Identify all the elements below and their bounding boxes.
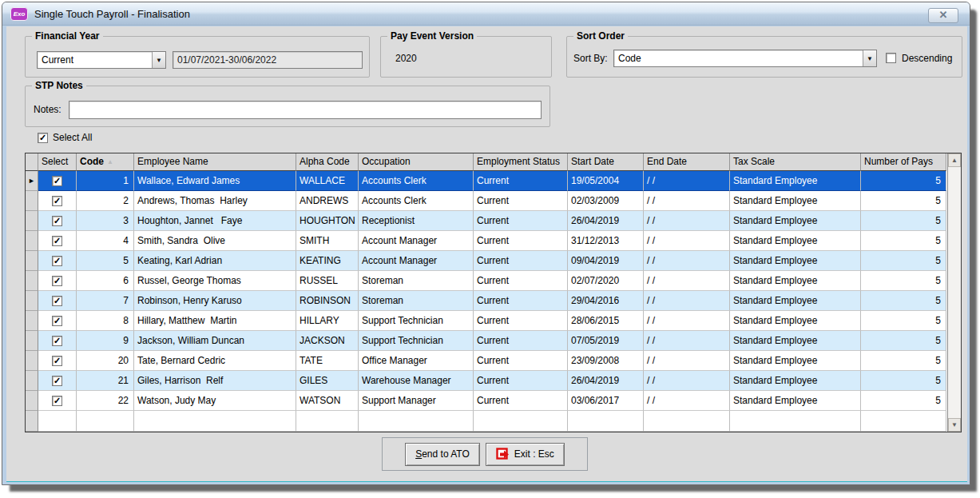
scroll-down-icon[interactable]: ▼ <box>948 418 961 432</box>
table-row[interactable]: ✓2Andrews, Thomas HarleyANDREWSAccounts … <box>26 191 947 211</box>
cell-number-of-pays: 5 <box>861 331 946 351</box>
row-select-checkbox[interactable]: ✓ <box>52 236 62 246</box>
column-header-employee-name[interactable]: Employee Name <box>134 153 296 171</box>
cell-tax-scale: Standard Employee <box>730 291 861 311</box>
cell-number-of-pays: 5 <box>861 311 946 331</box>
send-to-ato-button[interactable]: Send to ATO <box>405 443 480 466</box>
cell-alpha-code: GILES <box>296 371 359 391</box>
chevron-down-icon[interactable]: ▼ <box>152 52 165 68</box>
row-select-checkbox[interactable]: ✓ <box>52 396 62 406</box>
select-cell[interactable]: ✓ <box>38 271 77 291</box>
row-select-checkbox[interactable]: ✓ <box>52 216 62 226</box>
cell-occupation: Office Manager <box>359 351 474 371</box>
cell-end-date: / / <box>644 231 730 251</box>
select-cell[interactable]: ✓ <box>38 171 77 191</box>
column-header-select[interactable]: Select <box>38 153 77 171</box>
table-row[interactable]: ✓4Smith, Sandra OliveSMITHAccount Manage… <box>26 231 947 251</box>
cell-end-date: / / <box>644 271 730 291</box>
stp-notes-group: STP Notes Notes: <box>25 86 550 127</box>
cell-employee-name: Hillary, Matthew Martin <box>134 311 296 331</box>
title-bar[interactable]: Exo Single Touch Payroll - Finalisation … <box>2 2 970 26</box>
row-indicator-cell <box>26 391 38 411</box>
select-cell[interactable]: ✓ <box>38 191 77 211</box>
select-cell[interactable]: ✓ <box>38 351 77 371</box>
cell-employment-status: Current <box>474 191 568 211</box>
row-indicator-cell <box>26 271 38 291</box>
row-indicator-cell <box>26 191 38 211</box>
descending-checkbox[interactable] <box>886 53 896 63</box>
column-header-end-date[interactable]: End Date <box>644 153 730 171</box>
row-select-checkbox[interactable]: ✓ <box>52 296 62 306</box>
row-select-checkbox[interactable]: ✓ <box>52 196 62 206</box>
row-select-checkbox[interactable]: ✓ <box>52 176 62 186</box>
stp-notes-label: STP Notes <box>32 80 86 91</box>
financial-year-range-field: 01/07/2021-30/06/2022 <box>173 51 363 69</box>
column-header-start-date[interactable]: Start Date <box>568 153 644 171</box>
cell-alpha-code: HILLARY <box>296 311 359 331</box>
select-cell[interactable]: ✓ <box>38 211 77 231</box>
select-cell[interactable]: ✓ <box>38 291 77 311</box>
cell-employment-status: Current <box>474 351 568 371</box>
table-row[interactable]: ✓21Giles, Harrison RelfGILESWarehouse Ma… <box>26 371 947 391</box>
exit-button[interactable]: Exit : Esc <box>486 443 565 466</box>
select-cell[interactable]: ✓ <box>38 371 77 391</box>
row-select-checkbox[interactable]: ✓ <box>52 276 62 286</box>
cell-tax-scale: Standard Employee <box>730 351 861 371</box>
empty-cell <box>474 411 568 432</box>
cell-occupation: Storeman <box>359 291 474 311</box>
table-row[interactable]: ✓3Houghton, Jannet FayeHOUGHTONReception… <box>26 211 947 231</box>
empty-cell <box>568 411 644 432</box>
column-header-employment-status[interactable]: Employment Status <box>474 153 568 171</box>
table-row[interactable]: ✓8Hillary, Matthew MartinHILLARYSupport … <box>26 311 947 331</box>
row-select-checkbox[interactable]: ✓ <box>52 356 62 366</box>
column-header-code[interactable]: Code▲ <box>77 153 134 171</box>
cell-employee-name: Smith, Sandra Olive <box>134 231 296 251</box>
column-header-alpha-code[interactable]: Alpha Code <box>296 153 359 171</box>
table-row[interactable]: ✓6Russel, George ThomasRUSSELStoremanCur… <box>26 271 947 291</box>
row-select-checkbox[interactable]: ✓ <box>52 316 62 326</box>
scrollbar-track[interactable] <box>948 167 961 418</box>
pay-event-version-label: Pay Event Version <box>387 30 477 42</box>
select-cell[interactable]: ✓ <box>38 251 77 271</box>
table-row[interactable]: ✓20Tate, Bernard CedricTATEOffice Manage… <box>26 351 947 371</box>
financial-year-select[interactable]: Current ▼ <box>37 51 166 69</box>
close-icon[interactable]: ✕ <box>928 8 958 23</box>
row-select-checkbox[interactable]: ✓ <box>52 376 62 386</box>
select-cell[interactable]: ✓ <box>38 311 77 331</box>
column-header-number-of-pays[interactable]: Number of Pays <box>861 153 946 171</box>
cell-employee-name: Andrews, Thomas Harley <box>134 191 296 211</box>
select-all-control[interactable]: ✓ Select All <box>38 132 92 143</box>
cell-occupation: Support Manager <box>359 391 474 411</box>
table-row[interactable]: ✓5Keating, Karl AdrianKEATINGAccount Man… <box>26 251 947 271</box>
select-cell[interactable]: ✓ <box>38 231 77 251</box>
select-all-checkbox[interactable]: ✓ <box>38 133 48 143</box>
cell-alpha-code: SMITH <box>296 231 359 251</box>
cell-end-date: / / <box>644 211 730 231</box>
table-row[interactable]: ✓9Jackson, William DuncanJACKSONSupport … <box>26 331 947 351</box>
chevron-down-icon[interactable]: ▼ <box>863 50 876 66</box>
row-select-checkbox[interactable]: ✓ <box>52 256 62 266</box>
cell-alpha-code: HOUGHTON <box>296 211 359 231</box>
cell-alpha-code: WATSON <box>296 391 359 411</box>
cell-employee-name: Keating, Karl Adrian <box>134 251 296 271</box>
cell-start-date: 19/05/2004 <box>568 171 644 191</box>
cell-employment-status: Current <box>474 391 568 411</box>
empty-cell <box>26 411 38 432</box>
row-select-checkbox[interactable]: ✓ <box>52 336 62 346</box>
cell-end-date: / / <box>644 311 730 331</box>
select-cell[interactable]: ✓ <box>38 331 77 351</box>
table-row[interactable]: ✓7Robinson, Henry KarusoROBINSONStoreman… <box>26 291 947 311</box>
sort-by-select[interactable]: Code ▼ <box>613 50 877 67</box>
scroll-up-icon[interactable]: ▲ <box>948 153 961 167</box>
column-header-occupation[interactable]: Occupation <box>359 153 474 171</box>
employee-table-main: SelectCode▲Employee NameAlpha CodeOccupa… <box>26 153 947 432</box>
column-header-tax-scale[interactable]: Tax Scale <box>730 153 861 171</box>
table-row[interactable]: ►✓1Wallace, Edward JamesWALLACEAccounts … <box>26 171 947 191</box>
table-row[interactable]: ✓22Watson, Judy MayWATSONSupport Manager… <box>26 391 947 411</box>
select-cell[interactable]: ✓ <box>38 391 77 411</box>
row-indicator-cell <box>26 331 38 351</box>
notes-input[interactable] <box>69 101 542 119</box>
row-indicator-cell <box>26 251 38 271</box>
employee-table: SelectCode▲Employee NameAlpha CodeOccupa… <box>25 153 962 432</box>
vertical-scrollbar[interactable]: ▲ ▼ <box>947 153 961 432</box>
